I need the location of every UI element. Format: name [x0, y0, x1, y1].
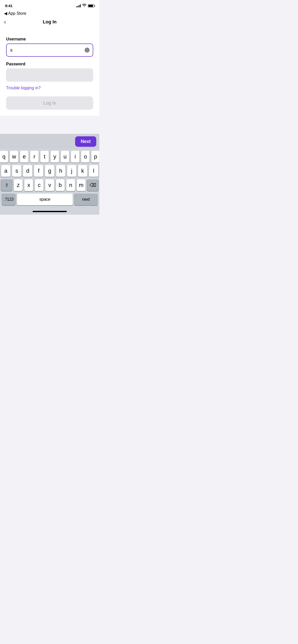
login-form: Username Password Trouble logging in? Lo… — [0, 28, 99, 116]
page-title: Log In — [4, 19, 95, 25]
battery-icon — [88, 4, 94, 7]
key-e[interactable]: e — [20, 151, 29, 163]
back-arrow-icon: ◀ — [4, 11, 7, 16]
key-r[interactable]: r — [30, 151, 39, 163]
backspace-key[interactable]: ⌫ — [87, 179, 98, 191]
username-label: Username — [6, 37, 93, 41]
status-time: 9:41 — [5, 4, 12, 8]
key-u[interactable]: u — [61, 151, 69, 163]
keyboard-rows: q w e r t y u i o p a s d f g h j k l ⇧ — [0, 149, 99, 209]
password-input[interactable] — [6, 68, 93, 82]
key-t[interactable]: t — [40, 151, 49, 163]
password-label: Password — [6, 62, 93, 66]
key-g[interactable]: g — [45, 165, 54, 177]
key-c[interactable]: c — [35, 179, 44, 191]
back-button[interactable]: ‹ — [4, 19, 6, 25]
status-icons — [76, 4, 94, 8]
app-store-label: App Store — [8, 11, 26, 16]
key-s[interactable]: s — [12, 165, 21, 177]
keyboard-next-button[interactable]: Next — [75, 136, 96, 147]
username-input[interactable] — [6, 43, 93, 57]
key-p[interactable]: p — [91, 151, 99, 163]
key-d[interactable]: d — [23, 165, 32, 177]
space-key[interactable]: space — [17, 194, 73, 205]
key-z[interactable]: z — [14, 179, 23, 191]
key-m[interactable]: m — [77, 179, 86, 191]
key-l[interactable]: l — [89, 165, 98, 177]
key-w[interactable]: w — [10, 151, 18, 163]
next-key[interactable]: next — [74, 194, 97, 205]
key-a[interactable]: a — [1, 165, 10, 177]
key-k[interactable]: k — [78, 165, 87, 177]
home-indicator — [0, 209, 99, 215]
key-v[interactable]: v — [45, 179, 54, 191]
numbers-key[interactable]: .?123 — [2, 194, 15, 205]
key-n[interactable]: n — [66, 179, 75, 191]
key-h[interactable]: h — [56, 165, 65, 177]
password-field-wrapper: Password — [6, 62, 93, 82]
key-j[interactable]: j — [67, 165, 76, 177]
status-bar: 9:41 — [0, 0, 99, 10]
key-y[interactable]: y — [50, 151, 59, 163]
keyboard: Next q w e r t y u i o p a s d f g h j k… — [0, 134, 99, 215]
keyboard-toolbar: Next — [0, 134, 99, 149]
key-q[interactable]: q — [0, 151, 8, 163]
keyboard-row-4: .?123 space next — [1, 194, 98, 205]
key-b[interactable]: b — [56, 179, 65, 191]
home-bar — [33, 211, 67, 212]
login-button[interactable]: Log In — [6, 96, 93, 110]
app-store-back[interactable]: ◀ App Store — [0, 10, 99, 17]
shift-key[interactable]: ⇧ — [1, 179, 12, 191]
signal-icon — [76, 4, 81, 7]
wifi-icon — [82, 4, 86, 8]
keyboard-row-1: q w e r t y u i o p — [1, 151, 98, 163]
key-i[interactable]: i — [71, 151, 79, 163]
keyboard-row-2: a s d f g h j k l — [1, 165, 98, 177]
cursor-indicator — [85, 48, 90, 53]
keyboard-row-3: ⇧ z x c v b n m ⌫ — [1, 179, 98, 191]
key-o[interactable]: o — [81, 151, 90, 163]
key-f[interactable]: f — [34, 165, 43, 177]
key-x[interactable]: x — [24, 179, 33, 191]
username-field-wrapper — [6, 43, 93, 57]
shift-icon: ⇧ — [5, 182, 9, 188]
backspace-icon: ⌫ — [90, 182, 96, 188]
nav-header: ‹ Log In — [0, 17, 99, 28]
trouble-logging-in-link[interactable]: Trouble logging in? — [6, 86, 41, 90]
